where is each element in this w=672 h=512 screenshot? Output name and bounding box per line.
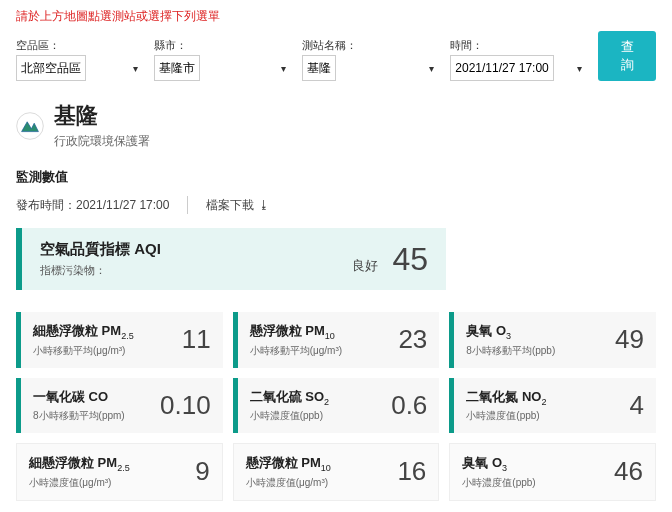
download-icon: ⭳: [258, 198, 270, 212]
region-select[interactable]: 北部空品區: [16, 55, 86, 81]
pollutant-unit: 小時濃度值(ppb): [250, 409, 329, 423]
region-label: 空品區：: [16, 38, 144, 53]
pollutant-card: 臭氧 O38小時移動平均(ppb)49: [449, 312, 656, 368]
county-label: 縣市：: [154, 38, 292, 53]
pollutant-value: 46: [614, 456, 643, 487]
pollutant-value: 23: [398, 324, 427, 355]
pollutant-card: 懸浮微粒 PM10小時移動平均(μg/m³)23: [233, 312, 440, 368]
station-select[interactable]: 基隆: [302, 55, 336, 81]
pollutant-value: 49: [615, 324, 644, 355]
pollutant-name: 二氧化硫 SO2: [250, 388, 329, 407]
pollutant-unit: 小時移動平均(μg/m³): [250, 344, 342, 358]
agency-name: 行政院環境保護署: [54, 133, 150, 150]
pollutant-card: 臭氧 O3小時濃度值(ppb)46: [449, 443, 656, 501]
pollutant-unit: 小時濃度值(ppb): [466, 409, 546, 423]
pollutant-name: 一氧化碳 CO: [33, 388, 125, 406]
station-header: 基隆 行政院環境保護署: [16, 101, 656, 150]
pollutant-grid: 細懸浮微粒 PM2.5小時移動平均(μg/m³)11懸浮微粒 PM10小時移動平…: [16, 312, 656, 501]
pollutant-card: 細懸浮微粒 PM2.5小時移動平均(μg/m³)11: [16, 312, 223, 368]
pollutant-card: 細懸浮微粒 PM2.5小時濃度值(μg/m³)9: [16, 443, 223, 501]
aqi-value: 45: [392, 241, 428, 278]
aqi-sub: 指標污染物：: [40, 263, 161, 278]
pollutant-name: 細懸浮微粒 PM2.5: [33, 322, 134, 341]
pollutant-card: 二氧化氮 NO2小時濃度值(ppb)4: [449, 378, 656, 434]
aqi-status: 良好: [352, 257, 378, 275]
aqi-card: 空氣品質指標 AQI 指標污染物： 良好 45: [16, 228, 446, 290]
county-select[interactable]: 基隆市: [154, 55, 200, 81]
pollutant-value: 11: [182, 324, 211, 355]
time-select[interactable]: 2021/11/27 17:00: [450, 55, 554, 81]
section-title: 監測數值: [16, 168, 656, 186]
agency-logo-icon: [16, 112, 44, 140]
pollutant-unit: 小時濃度值(ppb): [462, 476, 535, 490]
aqi-title: 空氣品質指標 AQI: [40, 240, 161, 259]
pollutant-unit: 8小時移動平均(ppb): [466, 344, 555, 358]
pollutant-name: 二氧化氮 NO2: [466, 388, 546, 407]
pollutant-card: 一氧化碳 CO8小時移動平均(ppm)0.10: [16, 378, 223, 434]
pollutant-value: 16: [397, 456, 426, 487]
divider: [187, 196, 188, 214]
pollutant-value: 4: [630, 390, 644, 421]
pollutant-unit: 小時濃度值(μg/m³): [29, 476, 130, 490]
pollutant-name: 臭氧 O3: [462, 454, 535, 473]
pollutant-unit: 小時濃度值(μg/m³): [246, 476, 331, 490]
pollutant-unit: 小時移動平均(μg/m³): [33, 344, 134, 358]
download-link[interactable]: 檔案下載 ⭳: [206, 197, 269, 214]
notice-text: 請於上方地圖點選測站或選擇下列選單: [16, 8, 656, 25]
pollutant-name: 細懸浮微粒 PM2.5: [29, 454, 130, 473]
pollutant-card: 二氧化硫 SO2小時濃度值(ppb)0.6: [233, 378, 440, 434]
time-row: 發布時間：2021/11/27 17:00 檔案下載 ⭳: [16, 196, 656, 214]
pollutant-name: 臭氧 O3: [466, 322, 555, 341]
station-label: 測站名稱：: [302, 38, 440, 53]
pollutant-name: 懸浮微粒 PM10: [250, 322, 342, 341]
publish-label: 發布時間：: [16, 198, 76, 212]
query-button[interactable]: 查詢: [598, 31, 656, 81]
pollutant-value: 9: [195, 456, 209, 487]
filter-bar: 空品區： 北部空品區 縣市： 基隆市 測站名稱： 基隆 時間： 2021/11/…: [16, 31, 656, 81]
station-name: 基隆: [54, 101, 150, 131]
pollutant-value: 0.6: [391, 390, 427, 421]
pollutant-value: 0.10: [160, 390, 211, 421]
time-label: 時間：: [450, 38, 588, 53]
pollutant-card: 懸浮微粒 PM10小時濃度值(μg/m³)16: [233, 443, 440, 501]
pollutant-name: 懸浮微粒 PM10: [246, 454, 331, 473]
pollutant-unit: 8小時移動平均(ppm): [33, 409, 125, 423]
publish-time: 2021/11/27 17:00: [76, 198, 169, 212]
